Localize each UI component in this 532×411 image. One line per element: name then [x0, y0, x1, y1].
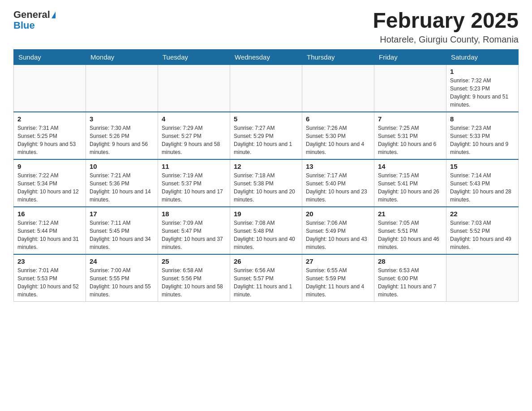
day-number: 9: [17, 163, 82, 170]
calendar-day-cell: 27Sunrise: 6:55 AM Sunset: 5:59 PM Dayli…: [302, 254, 374, 302]
day-number: 2: [17, 115, 82, 123]
day-info: Sunrise: 7:18 AM Sunset: 5:38 PM Dayligh…: [234, 171, 298, 204]
calendar-day-cell: 6Sunrise: 7:26 AM Sunset: 5:30 PM Daylig…: [302, 112, 374, 159]
day-info: Sunrise: 7:27 AM Sunset: 5:29 PM Dayligh…: [234, 124, 298, 156]
calendar-week-row: 9Sunrise: 7:22 AM Sunset: 5:34 PM Daylig…: [14, 159, 519, 207]
logo-text-blue: Blue: [13, 21, 35, 30]
day-number: 20: [306, 210, 370, 218]
day-header-tuesday: Tuesday: [158, 49, 230, 64]
day-info: Sunrise: 7:15 AM Sunset: 5:41 PM Dayligh…: [378, 171, 442, 204]
day-info: Sunrise: 7:14 AM Sunset: 5:43 PM Dayligh…: [450, 171, 515, 204]
day-info: Sunrise: 7:22 AM Sunset: 5:34 PM Dayligh…: [17, 171, 82, 204]
day-header-wednesday: Wednesday: [230, 49, 302, 64]
month-title: February 2025: [373, 9, 519, 33]
day-number: 23: [17, 257, 82, 265]
day-info: Sunrise: 6:53 AM Sunset: 6:00 PM Dayligh…: [378, 266, 442, 299]
calendar-day-cell: 13Sunrise: 7:17 AM Sunset: 5:40 PM Dayli…: [302, 159, 374, 207]
day-info: Sunrise: 7:21 AM Sunset: 5:36 PM Dayligh…: [90, 171, 154, 204]
calendar-day-cell: 1Sunrise: 7:32 AM Sunset: 5:23 PM Daylig…: [446, 64, 519, 112]
calendar-day-cell: [446, 254, 519, 302]
day-info: Sunrise: 7:08 AM Sunset: 5:48 PM Dayligh…: [234, 219, 298, 251]
calendar-week-row: 1Sunrise: 7:32 AM Sunset: 5:23 PM Daylig…: [14, 64, 519, 112]
day-info: Sunrise: 6:56 AM Sunset: 5:57 PM Dayligh…: [234, 266, 298, 299]
calendar-day-cell: 18Sunrise: 7:09 AM Sunset: 5:47 PM Dayli…: [158, 207, 230, 254]
day-info: Sunrise: 7:09 AM Sunset: 5:47 PM Dayligh…: [162, 219, 226, 251]
day-number: 16: [17, 210, 82, 218]
day-number: 21: [378, 210, 442, 218]
calendar-day-cell: [86, 64, 158, 112]
day-number: 13: [306, 163, 370, 170]
day-number: 4: [162, 115, 226, 123]
day-info: Sunrise: 6:58 AM Sunset: 5:56 PM Dayligh…: [162, 266, 226, 299]
calendar-day-cell: 19Sunrise: 7:08 AM Sunset: 5:48 PM Dayli…: [230, 207, 302, 254]
day-info: Sunrise: 7:05 AM Sunset: 5:51 PM Dayligh…: [378, 219, 442, 251]
day-number: 11: [162, 163, 226, 170]
calendar-day-cell: [158, 64, 230, 112]
day-info: Sunrise: 7:26 AM Sunset: 5:30 PM Dayligh…: [306, 124, 370, 156]
calendar-day-cell: 16Sunrise: 7:12 AM Sunset: 5:44 PM Dayli…: [14, 207, 86, 254]
day-info: Sunrise: 7:19 AM Sunset: 5:37 PM Dayligh…: [162, 171, 226, 204]
day-number: 3: [90, 115, 154, 123]
day-info: Sunrise: 7:32 AM Sunset: 5:23 PM Dayligh…: [450, 77, 515, 109]
day-header-saturday: Saturday: [446, 49, 519, 64]
day-info: Sunrise: 7:00 AM Sunset: 5:55 PM Dayligh…: [90, 266, 154, 299]
day-number: 5: [234, 115, 298, 123]
calendar-day-cell: 25Sunrise: 6:58 AM Sunset: 5:56 PM Dayli…: [158, 254, 230, 302]
day-info: Sunrise: 7:30 AM Sunset: 5:26 PM Dayligh…: [90, 124, 154, 156]
calendar-day-cell: [230, 64, 302, 112]
calendar-day-cell: 22Sunrise: 7:03 AM Sunset: 5:52 PM Dayli…: [446, 207, 519, 254]
day-number: 26: [234, 257, 298, 265]
day-number: 24: [90, 257, 154, 265]
day-number: 15: [450, 163, 515, 170]
calendar-day-cell: 12Sunrise: 7:18 AM Sunset: 5:38 PM Dayli…: [230, 159, 302, 207]
day-number: 28: [378, 257, 442, 265]
day-number: 25: [162, 257, 226, 265]
logo: General Blue: [13, 9, 56, 30]
day-info: Sunrise: 7:11 AM Sunset: 5:45 PM Dayligh…: [90, 219, 154, 251]
day-number: 1: [450, 68, 515, 75]
day-number: 14: [378, 163, 442, 170]
calendar-header-row: SundayMondayTuesdayWednesdayThursdayFrid…: [14, 49, 519, 64]
calendar-week-row: 16Sunrise: 7:12 AM Sunset: 5:44 PM Dayli…: [14, 207, 519, 254]
title-area: February 2025 Hotarele, Giurgiu County, …: [373, 9, 519, 45]
day-info: Sunrise: 7:17 AM Sunset: 5:40 PM Dayligh…: [306, 171, 370, 204]
day-number: 6: [306, 115, 370, 123]
calendar-day-cell: 26Sunrise: 6:56 AM Sunset: 5:57 PM Dayli…: [230, 254, 302, 302]
day-number: 7: [378, 115, 442, 123]
calendar-day-cell: 3Sunrise: 7:30 AM Sunset: 5:26 PM Daylig…: [86, 112, 158, 159]
day-number: 27: [306, 257, 370, 265]
calendar-day-cell: 10Sunrise: 7:21 AM Sunset: 5:36 PM Dayli…: [86, 159, 158, 207]
logo-triangle-icon: [51, 12, 56, 18]
day-number: 12: [234, 163, 298, 170]
page-header: General Blue February 2025 Hotarele, Giu…: [13, 9, 519, 45]
calendar-day-cell: 5Sunrise: 7:27 AM Sunset: 5:29 PM Daylig…: [230, 112, 302, 159]
calendar-day-cell: 2Sunrise: 7:31 AM Sunset: 5:25 PM Daylig…: [14, 112, 86, 159]
day-number: 10: [90, 163, 154, 170]
day-info: Sunrise: 7:25 AM Sunset: 5:31 PM Dayligh…: [378, 124, 442, 156]
calendar-day-cell: 20Sunrise: 7:06 AM Sunset: 5:49 PM Dayli…: [302, 207, 374, 254]
calendar-day-cell: 21Sunrise: 7:05 AM Sunset: 5:51 PM Dayli…: [374, 207, 446, 254]
calendar-week-row: 23Sunrise: 7:01 AM Sunset: 5:53 PM Dayli…: [14, 254, 519, 302]
day-info: Sunrise: 7:31 AM Sunset: 5:25 PM Dayligh…: [17, 124, 82, 156]
location-title: Hotarele, Giurgiu County, Romania: [373, 34, 519, 45]
day-header-thursday: Thursday: [302, 49, 374, 64]
calendar-day-cell: 28Sunrise: 6:53 AM Sunset: 6:00 PM Dayli…: [374, 254, 446, 302]
day-info: Sunrise: 7:12 AM Sunset: 5:44 PM Dayligh…: [17, 219, 82, 251]
calendar-day-cell: 17Sunrise: 7:11 AM Sunset: 5:45 PM Dayli…: [86, 207, 158, 254]
day-info: Sunrise: 7:03 AM Sunset: 5:52 PM Dayligh…: [450, 219, 515, 251]
calendar-day-cell: 23Sunrise: 7:01 AM Sunset: 5:53 PM Dayli…: [14, 254, 86, 302]
calendar-day-cell: [302, 64, 374, 112]
day-header-sunday: Sunday: [14, 49, 86, 64]
calendar-day-cell: 9Sunrise: 7:22 AM Sunset: 5:34 PM Daylig…: [14, 159, 86, 207]
day-info: Sunrise: 7:23 AM Sunset: 5:33 PM Dayligh…: [450, 124, 515, 156]
calendar-day-cell: 7Sunrise: 7:25 AM Sunset: 5:31 PM Daylig…: [374, 112, 446, 159]
calendar-week-row: 2Sunrise: 7:31 AM Sunset: 5:25 PM Daylig…: [14, 112, 519, 159]
calendar-day-cell: [374, 64, 446, 112]
calendar-day-cell: 11Sunrise: 7:19 AM Sunset: 5:37 PM Dayli…: [158, 159, 230, 207]
day-number: 19: [234, 210, 298, 218]
day-header-monday: Monday: [86, 49, 158, 64]
day-info: Sunrise: 6:55 AM Sunset: 5:59 PM Dayligh…: [306, 266, 370, 299]
day-header-friday: Friday: [374, 49, 446, 64]
day-info: Sunrise: 7:29 AM Sunset: 5:27 PM Dayligh…: [162, 124, 226, 156]
day-number: 17: [90, 210, 154, 218]
